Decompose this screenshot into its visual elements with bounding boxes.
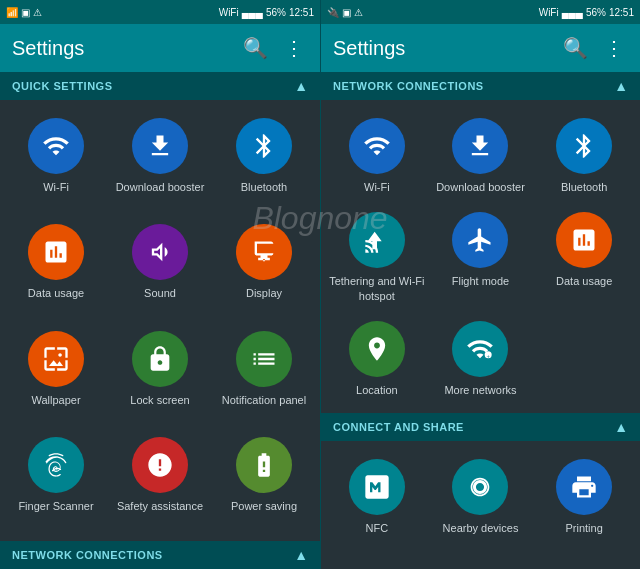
left-status-right-icons: WiFi ▄▄▄ 56% 12:51 — [219, 7, 314, 18]
right-wifi-status-icon: WiFi — [539, 7, 559, 18]
sound-icon-circle — [132, 224, 188, 280]
power-saving-label: Power saving — [231, 499, 297, 513]
grid-item-bluetooth[interactable]: Bluetooth — [212, 108, 316, 214]
right-app-title: Settings — [333, 37, 551, 60]
more-networks-icon-circle: + — [452, 321, 508, 377]
network-connections-header: NETWORK CONNECTIONS ▲ — [321, 72, 640, 100]
bluetooth-icon-circle — [236, 118, 292, 174]
left-app-bar: Settings 🔍 ⋮ — [0, 24, 320, 72]
right-more-icon[interactable]: ⋮ — [600, 32, 628, 64]
right-panel: 🔌 ▣ ⚠ WiFi ▄▄▄ 56% 12:51 Settings 🔍 ⋮ NE… — [320, 0, 640, 569]
network-grid: Wi-Fi Download booster Bluetooth — [321, 100, 640, 413]
left-status-left-icons: 📶 ▣ ⚠ — [6, 7, 42, 18]
right-grid-item-location[interactable]: Location — [325, 311, 429, 405]
quick-settings-header: QUICK SETTINGS ▲ — [0, 72, 320, 100]
wifi-icon-circle — [28, 118, 84, 174]
left-status-bar: 📶 ▣ ⚠ WiFi ▄▄▄ 56% 12:51 — [0, 0, 320, 24]
grid-item-notification-panel[interactable]: Notification panel — [212, 321, 316, 427]
battery-text: 56% — [266, 7, 286, 18]
tethering-label: Tethering and Wi-Fi hotspot — [329, 274, 425, 303]
right-bluetooth-label: Bluetooth — [561, 180, 607, 194]
connect-share-grid: NFC Nearby devices Printing — [321, 441, 640, 547]
right-grid-item-more-networks[interactable]: + More networks — [429, 311, 533, 405]
printing-label: Printing — [566, 521, 603, 535]
time-left: 12:51 — [289, 7, 314, 18]
network-connections-chevron-left: ▲ — [294, 547, 308, 563]
data-usage-label: Data usage — [28, 286, 84, 300]
finger-scanner-label: Finger Scanner — [18, 499, 93, 513]
grid-item-lock-screen[interactable]: Lock screen — [108, 321, 212, 427]
right-search-icon[interactable]: 🔍 — [559, 32, 592, 64]
right-app-bar: Settings 🔍 ⋮ — [321, 24, 640, 72]
connect-and-share-label: CONNECT AND SHARE — [333, 421, 464, 433]
connect-and-share-header: CONNECT AND SHARE ▲ — [321, 413, 640, 441]
connect-and-share-chevron: ▲ — [614, 419, 628, 435]
right-signal-icon: ▄▄▄ — [562, 7, 583, 18]
alert-icon: ⚠ — [33, 7, 42, 18]
right-grid-item-download-booster[interactable]: Download booster — [429, 108, 533, 202]
grid-item-display[interactable]: Display — [212, 214, 316, 320]
sound-label: Sound — [144, 286, 176, 300]
quick-settings-label: QUICK SETTINGS — [12, 80, 113, 92]
lock-screen-label: Lock screen — [130, 393, 189, 407]
network-connections-chevron: ▲ — [614, 78, 628, 94]
lock-screen-icon-circle — [132, 331, 188, 387]
grid-item-safety-assistance[interactable]: Safety assistance — [108, 427, 212, 533]
left-search-icon[interactable]: 🔍 — [239, 32, 272, 64]
right-grid-item-bluetooth[interactable]: Bluetooth — [532, 108, 636, 202]
right-download-booster-icon-circle — [452, 118, 508, 174]
nfc-icon-circle — [349, 459, 405, 515]
left-app-title: Settings — [12, 37, 231, 60]
notification-panel-label: Notification panel — [222, 393, 306, 407]
safety-assistance-icon-circle — [132, 437, 188, 493]
network-connections-header-left: NETWORK CONNECTIONS ▲ — [0, 541, 320, 569]
network-connections-label: NETWORK CONNECTIONS — [333, 80, 484, 92]
quick-settings-grid: Wi-Fi Download booster Bluetooth — [0, 100, 320, 541]
right-grid-item-wifi[interactable]: Wi-Fi — [325, 108, 429, 202]
grid-item-download-booster[interactable]: Download booster — [108, 108, 212, 214]
right-grid-item-printing[interactable]: Printing — [532, 449, 636, 543]
right-status-left-icons: 🔌 ▣ ⚠ — [327, 7, 363, 18]
right-alert-icon: ⚠ — [354, 7, 363, 18]
right-wifi-icon-circle — [349, 118, 405, 174]
sim-icon: ▣ — [21, 7, 30, 18]
flight-mode-icon-circle — [452, 212, 508, 268]
right-download-booster-label: Download booster — [436, 180, 525, 194]
grid-item-sound[interactable]: Sound — [108, 214, 212, 320]
wifi-status-icon: WiFi — [219, 7, 239, 18]
grid-item-data-usage[interactable]: Data usage — [4, 214, 108, 320]
right-grid-item-flight-mode[interactable]: Flight mode — [429, 202, 533, 311]
wallpaper-icon-circle — [28, 331, 84, 387]
grid-item-power-saving[interactable]: Power saving — [212, 427, 316, 533]
printing-icon-circle — [556, 459, 612, 515]
grid-item-finger-scanner[interactable]: Finger Scanner — [4, 427, 108, 533]
right-data-usage-icon-circle — [556, 212, 612, 268]
left-more-icon[interactable]: ⋮ — [280, 32, 308, 64]
notification-panel-icon-circle — [236, 331, 292, 387]
right-grid-item-tethering[interactable]: Tethering and Wi-Fi hotspot — [325, 202, 429, 311]
location-label: Location — [356, 383, 398, 397]
wallpaper-label: Wallpaper — [31, 393, 80, 407]
left-panel: 📶 ▣ ⚠ WiFi ▄▄▄ 56% 12:51 Settings 🔍 ⋮ QU… — [0, 0, 320, 569]
wifi-label: Wi-Fi — [43, 180, 69, 194]
download-booster-label: Download booster — [116, 180, 205, 194]
more-networks-label: More networks — [444, 383, 516, 397]
right-grid-item-data-usage[interactable]: Data usage — [532, 202, 636, 311]
quick-settings-chevron: ▲ — [294, 78, 308, 94]
grid-item-wifi[interactable]: Wi-Fi — [4, 108, 108, 214]
display-icon-circle — [236, 224, 292, 280]
signal-icon: ▄▄▄ — [242, 7, 263, 18]
svg-text:+: + — [487, 353, 491, 359]
download-booster-icon-circle — [132, 118, 188, 174]
right-time: 12:51 — [609, 7, 634, 18]
right-data-usage-label: Data usage — [556, 274, 612, 288]
power-saving-icon-circle — [236, 437, 292, 493]
right-grid-item-nfc[interactable]: NFC — [325, 449, 429, 543]
grid-item-wallpaper[interactable]: Wallpaper — [4, 321, 108, 427]
location-icon-circle — [349, 321, 405, 377]
nfc-label: NFC — [366, 521, 389, 535]
right-grid-item-nearby-devices[interactable]: Nearby devices — [429, 449, 533, 543]
right-status-right-icons: WiFi ▄▄▄ 56% 12:51 — [539, 7, 634, 18]
notification-icon: 📶 — [6, 7, 18, 18]
nearby-devices-icon-circle — [452, 459, 508, 515]
